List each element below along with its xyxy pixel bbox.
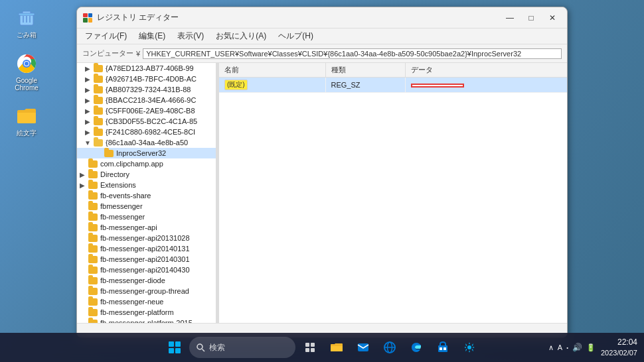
tree-item[interactable]: fb-messenger-api: [77, 222, 216, 233]
settings-icon: [463, 341, 475, 353]
taskbar-right: ∧ A • 🔊 🔋 22:04 2023/02/07: [548, 337, 637, 358]
svg-point-9: [25, 62, 29, 66]
tree-item[interactable]: fb-messenger-api20131028: [77, 233, 216, 243]
menu-favorites[interactable]: お気に入り(A): [210, 29, 272, 43]
default-badge: (既定): [224, 80, 248, 90]
registry-data-table: 名前 種類 データ (既定) REG_SZ: [219, 63, 567, 93]
svg-rect-13: [311, 343, 315, 347]
svg-rect-12: [305, 343, 309, 347]
tree-item[interactable]: ▶ {A926714B-7BFC-4D0B-AC: [77, 74, 216, 84]
col-data[interactable]: データ: [405, 63, 567, 78]
tree-item[interactable]: ▼ {86c1aa0-34aa-4e8b-a50: [77, 137, 216, 148]
tree-item[interactable]: fb-messenger-group-thread: [77, 286, 216, 296]
close-button[interactable]: ✕: [543, 11, 562, 25]
file-explorer-icon: [330, 342, 343, 353]
time-display[interactable]: 22:04 2023/02/07: [601, 337, 637, 358]
chrome-label: Google Chrome: [7, 77, 46, 91]
tree-item[interactable]: ▶ {BBACC218-34EA-4666-9C: [77, 95, 216, 105]
cell-name: (既定): [219, 78, 325, 93]
folder-label: 絵文字: [17, 129, 37, 138]
tree-item[interactable]: ▶ {F241C880-6982-4CE5-8CI: [77, 127, 216, 137]
menu-view[interactable]: 表示(V): [172, 29, 209, 43]
folder-desktop-icon[interactable]: 絵文字: [7, 105, 46, 138]
file-explorer-taskbar-button[interactable]: [325, 335, 349, 359]
settings-taskbar-button[interactable]: [457, 335, 481, 359]
content-area: ▶ {A78ED123-AB77-406B-99 ▶ {A926714B-7BF…: [77, 63, 567, 323]
desktop-icons: ごみ箱 Google Chrome: [7, 7, 46, 138]
tree-item[interactable]: fb-messenger-diode: [77, 275, 216, 286]
search-bar[interactable]: 検索: [189, 337, 295, 358]
cell-data: [405, 78, 567, 93]
menu-help[interactable]: ヘルプ(H): [273, 29, 319, 43]
tree-item[interactable]: ▶ {A78ED123-AB77-406B-99: [77, 63, 216, 74]
tree-item[interactable]: fb-messenger-api20140131: [77, 243, 216, 254]
taskbar-center: 検索: [163, 335, 481, 359]
tree-item[interactable]: fb-messenger-platform: [77, 307, 216, 318]
maximize-button[interactable]: □: [522, 11, 540, 25]
browser-icon: [384, 341, 396, 353]
tree-item[interactable]: fb-events-share: [77, 190, 216, 201]
svg-rect-21: [440, 347, 442, 350]
tree-item[interactable]: ▶ {AB807329-7324-431B-88: [77, 84, 216, 95]
google-chrome-icon[interactable]: Google Chrome: [7, 53, 46, 91]
clock-time: 22:04: [601, 337, 637, 348]
desktop: ごみ箱 Google Chrome: [0, 0, 644, 362]
regedit-window: レジストリ エディター — □ ✕ ファイル(F) 編集(E) 表示(V) お気…: [76, 7, 568, 338]
menu-file[interactable]: ファイル(F): [80, 29, 132, 43]
task-view-button[interactable]: [298, 335, 322, 359]
task-view-icon: [305, 342, 315, 353]
speaker-icon[interactable]: 🔊: [572, 343, 582, 352]
tree-item[interactable]: ▶ Extensions: [77, 180, 216, 190]
browser-taskbar-button[interactable]: [378, 335, 402, 359]
tree-item[interactable]: fb-messenger-api20140301: [77, 254, 216, 265]
tree-item-selected[interactable]: InprocServer32: [77, 148, 216, 158]
svg-rect-14: [305, 348, 309, 352]
tree-item[interactable]: fb-messenger-api20140430: [77, 265, 216, 275]
svg-point-23: [467, 345, 471, 349]
edge-taskbar-button[interactable]: [404, 335, 428, 359]
edge-icon: [410, 341, 422, 353]
store-taskbar-button[interactable]: [431, 335, 455, 359]
recycle-bin-label: ごみ箱: [17, 30, 37, 40]
mail-taskbar-button[interactable]: [351, 335, 375, 359]
battery-icon[interactable]: 🔋: [586, 343, 596, 352]
table-row[interactable]: (既定) REG_SZ: [219, 78, 567, 93]
title-bar: レジストリ エディター — □ ✕: [77, 7, 567, 29]
clock-date: 2023/02/07: [601, 348, 637, 358]
svg-rect-16: [358, 343, 368, 351]
address-bar: コンピューター ¥ YHKEY_CURRENT_USER¥Software¥Cl…: [77, 44, 567, 63]
col-type[interactable]: 種類: [325, 63, 405, 78]
minimize-button[interactable]: —: [501, 11, 519, 25]
search-label: 検索: [209, 342, 225, 353]
tree-item[interactable]: fb-messenger-neue: [77, 296, 216, 307]
keyboard-icon[interactable]: A: [558, 343, 562, 351]
store-icon: [437, 341, 449, 353]
tree-panel: ▶ {A78ED123-AB77-406B-99 ▶ {A926714B-7BF…: [77, 63, 216, 323]
address-label: コンピューター: [82, 48, 133, 58]
col-name[interactable]: 名前: [219, 63, 325, 78]
window-controls: — □ ✕: [501, 11, 562, 25]
search-icon: [196, 343, 205, 352]
tree-item[interactable]: com.clipchamp.app: [77, 158, 216, 169]
mail-icon: [357, 343, 369, 352]
data-value-highlighted: [411, 84, 464, 88]
chevron-up-icon[interactable]: ∧: [548, 343, 554, 352]
tree-item[interactable]: fb-messenger-platform-2015: [77, 318, 216, 323]
tree-item[interactable]: ▶ {CB3D0F55-BC2C-4C1A-85: [77, 116, 216, 127]
menu-bar: ファイル(F) 編集(E) 表示(V) お気に入り(A) ヘルプ(H): [77, 29, 567, 44]
svg-line-11: [202, 349, 205, 352]
data-panel: 名前 種類 データ (既定) REG_SZ: [219, 63, 567, 323]
taskbar: 検索: [0, 333, 644, 362]
tree-item[interactable]: ▶ Directory: [77, 169, 216, 180]
window-title: レジストリ エディター: [97, 12, 501, 23]
tree-item[interactable]: fb-messenger: [77, 211, 216, 222]
tree-item[interactable]: fbmessenger: [77, 201, 216, 211]
recycle-bin-icon[interactable]: ごみ箱: [7, 7, 46, 40]
cell-type: REG_SZ: [325, 78, 405, 93]
tree-item[interactable]: ▶ {C5FF006E-2AE9-408C-B8: [77, 105, 216, 116]
address-path[interactable]: YHKEY_CURRENT_USER¥Software¥Classes¥CLSI…: [143, 48, 562, 59]
start-button[interactable]: [163, 335, 187, 359]
regedit-window-icon: [82, 13, 93, 23]
svg-rect-15: [311, 348, 315, 352]
menu-edit[interactable]: 編集(E): [133, 29, 171, 43]
